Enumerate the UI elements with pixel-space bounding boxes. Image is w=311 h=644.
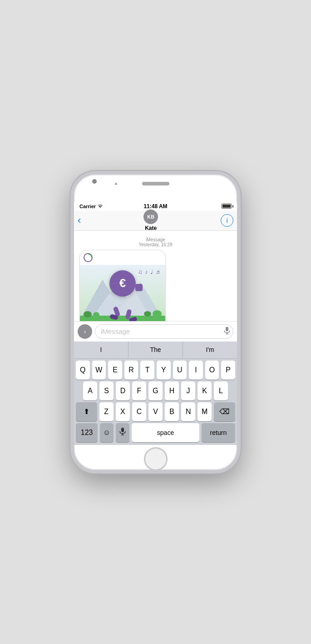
- key-v[interactable]: V: [148, 402, 163, 421]
- messages-area: iMessage Yesterday, 16:28: [74, 231, 237, 321]
- key-y[interactable]: Y: [157, 361, 171, 380]
- mic-icon[interactable]: [224, 327, 230, 336]
- key-h[interactable]: H: [165, 381, 179, 400]
- phone-top-bar: [74, 175, 237, 202]
- numbers-button[interactable]: 123: [76, 423, 98, 442]
- input-placeholder: iMessage: [101, 327, 130, 335]
- key-t[interactable]: T: [140, 361, 154, 380]
- contact-initials: KB: [147, 214, 154, 220]
- space-button[interactable]: space: [132, 423, 199, 442]
- home-button[interactable]: [144, 447, 168, 471]
- autocomplete-text-1: The: [150, 346, 161, 353]
- contact-avatar: KB: [143, 210, 158, 224]
- timestamp-service: iMessage Yesterday, 16:28: [79, 237, 232, 247]
- key-k[interactable]: K: [197, 381, 212, 400]
- svg-rect-1: [226, 327, 228, 331]
- delete-icon: ⌫: [219, 407, 230, 416]
- key-l[interactable]: L: [214, 381, 228, 400]
- keyboard: Q W E R T Y U I O P A S D F G H J K: [74, 359, 237, 445]
- status-right: [222, 204, 232, 209]
- key-f[interactable]: F: [132, 381, 146, 400]
- keyboard-row-3: ⬆ Z X C V B N M ⌫: [74, 400, 237, 421]
- date-label: Yesterday, 16:28: [79, 242, 232, 247]
- circle-pay-icon: [84, 253, 93, 262]
- key-d[interactable]: D: [116, 381, 130, 400]
- wifi-icon: [98, 204, 103, 209]
- keyboard-row-4: 123 ☺ space: [74, 421, 237, 445]
- back-button[interactable]: ‹: [78, 215, 81, 226]
- key-s[interactable]: S: [99, 381, 114, 400]
- key-i[interactable]: I: [189, 361, 203, 380]
- autocomplete-text-0: I: [100, 346, 102, 353]
- key-e[interactable]: E: [108, 361, 122, 380]
- euro-icon: €: [109, 270, 136, 297]
- keyboard-row-2: A S D F G H J K L: [74, 380, 237, 400]
- phone-dots: [115, 183, 117, 185]
- key-w[interactable]: W: [92, 361, 106, 380]
- circle-pay-image: € ♫ ♪ ♩ ♬: [80, 265, 165, 321]
- expand-button[interactable]: ›: [78, 324, 92, 339]
- phone-dot-1: [115, 183, 117, 185]
- nav-bar: ‹ KB Kate i: [74, 211, 237, 231]
- key-j[interactable]: J: [181, 381, 195, 400]
- autocomplete-text-2: I'm: [206, 346, 214, 353]
- autocomplete-item-1[interactable]: The: [128, 342, 183, 358]
- battery-fill: [222, 205, 231, 208]
- phone-speaker: [142, 182, 169, 185]
- autocomplete-bar: I The I'm: [74, 342, 237, 359]
- battery-icon: [222, 204, 232, 209]
- numbers-label: 123: [81, 429, 93, 437]
- keyboard-row-1: Q W E R T Y U I O P: [74, 359, 237, 380]
- key-c[interactable]: C: [132, 402, 146, 421]
- circle-pay-bubble[interactable]: € ♫ ♪ ♩ ♬ Here's €30.00! Tap to pickup.: [79, 250, 166, 321]
- screen: Carrier 11:48 AM ‹: [74, 202, 237, 445]
- key-o[interactable]: O: [205, 361, 219, 380]
- key-g[interactable]: G: [148, 381, 163, 400]
- key-z[interactable]: Z: [99, 402, 114, 421]
- key-a[interactable]: A: [83, 381, 97, 400]
- status-left: Carrier: [79, 204, 103, 209]
- svg-rect-4: [121, 428, 124, 432]
- message-input[interactable]: iMessage: [95, 324, 233, 339]
- space-label: space: [157, 429, 174, 436]
- key-p[interactable]: P: [221, 361, 235, 380]
- received-bubble: € ♫ ♪ ♩ ♬ Here's €30.00! Tap to pickup.: [79, 250, 166, 321]
- phone-camera: [92, 179, 97, 184]
- key-r[interactable]: R: [124, 361, 138, 380]
- emoji-button[interactable]: ☺: [100, 423, 114, 442]
- key-n[interactable]: N: [181, 402, 195, 421]
- key-b[interactable]: B: [165, 402, 179, 421]
- nav-center[interactable]: KB Kate: [143, 210, 158, 231]
- dictation-icon: [119, 428, 126, 438]
- music-notes: ♫ ♪ ♩ ♬: [138, 268, 161, 275]
- delete-button[interactable]: ⌫: [214, 402, 235, 421]
- info-icon: i: [226, 217, 227, 224]
- shift-button[interactable]: ⬆: [76, 402, 97, 421]
- circle-pay-header: [80, 250, 165, 265]
- return-button[interactable]: return: [202, 423, 235, 442]
- service-label: iMessage: [79, 237, 232, 242]
- input-area: › iMessage: [74, 321, 237, 342]
- key-q[interactable]: Q: [76, 361, 90, 380]
- key-u[interactable]: U: [173, 361, 187, 380]
- autocomplete-item-2[interactable]: I'm: [183, 342, 237, 358]
- key-m[interactable]: M: [197, 402, 212, 421]
- return-label: return: [210, 429, 227, 436]
- autocomplete-item-0[interactable]: I: [74, 342, 128, 358]
- shift-icon: ⬆: [84, 407, 89, 416]
- carrier-label: Carrier: [79, 204, 96, 209]
- key-x[interactable]: X: [116, 402, 130, 421]
- phone-frame: Carrier 11:48 AM ‹: [70, 171, 241, 473]
- expand-icon: ›: [84, 328, 86, 335]
- info-button[interactable]: i: [221, 214, 233, 227]
- dictation-button[interactable]: [116, 423, 129, 442]
- status-time: 11:48 AM: [143, 203, 167, 210]
- emoji-icon: ☺: [103, 429, 110, 437]
- back-chevron-icon: ‹: [78, 215, 81, 226]
